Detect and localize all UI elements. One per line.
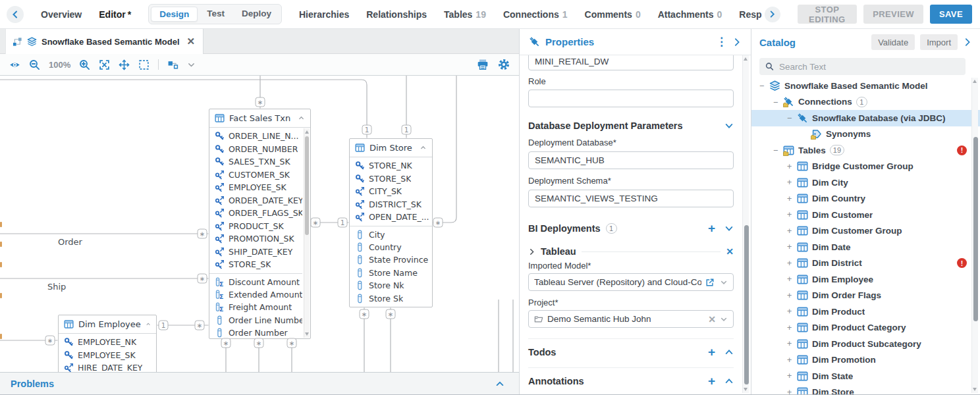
layout-dropdown-chevron-icon[interactable] <box>187 61 196 69</box>
remove-tableau-button[interactable]: ✕ <box>726 246 734 257</box>
dropdown-chevron-icon[interactable] <box>720 315 728 323</box>
table-field[interactable]: CUSTOMER_SK <box>209 169 302 182</box>
nav-tables[interactable]: Tables19 <box>444 9 486 20</box>
scroll-down-icon[interactable] <box>973 388 977 391</box>
tree-expander[interactable]: + <box>786 339 793 348</box>
zoom-level[interactable]: 100% <box>49 60 70 70</box>
tree-expander[interactable]: + <box>786 388 793 395</box>
add-annotation-button[interactable]: + <box>708 375 715 387</box>
er-diagram-canvas[interactable]: Order Ship Fact Sales Txn ORDER_LINE_N..… <box>0 76 519 372</box>
database-field[interactable] <box>528 55 734 70</box>
table-field[interactable]: HIRE_DATE_KEY <box>59 361 156 372</box>
table-field[interactable]: OPEN_DATE_... <box>350 211 432 224</box>
scroll-down-icon[interactable] <box>744 388 748 391</box>
catalog-tree-item[interactable]: − Snowflake Database (via JDBC) <box>751 110 980 126</box>
tree-expander[interactable]: + <box>786 307 793 316</box>
stop-editing-button[interactable]: STOP EDITING <box>798 5 858 24</box>
nav-comments[interactable]: Comments0 <box>585 9 641 20</box>
auto-layout-icon[interactable] <box>167 59 178 70</box>
table-field[interactable]: Order Number <box>209 327 302 338</box>
catalog-tree-item[interactable]: + Dim Order Flags <box>751 288 980 304</box>
catalog-search[interactable] <box>759 58 966 75</box>
catalog-tree-item[interactable]: + Dim Employee <box>751 271 980 288</box>
search-input[interactable] <box>779 62 960 72</box>
table-field[interactable]: ORDER_DATE_KEY <box>209 194 302 207</box>
diagram-table-dim-employee[interactable]: Dim Employee EMPLOYEE_NK EMPLOYEE_SK HIR… <box>58 315 157 372</box>
imported-model-select[interactable]: Tableau Server (Repository) and Cloud-Co <box>528 273 734 291</box>
catalog-tree-item[interactable]: + Dim Product <box>751 303 980 320</box>
scrollbar-thumb[interactable] <box>305 136 309 235</box>
tree-expander[interactable]: + <box>786 323 793 332</box>
catalog-scrollbar[interactable] <box>971 78 978 393</box>
tab-design[interactable]: Design <box>151 7 198 22</box>
pan-icon[interactable] <box>119 59 130 70</box>
table-field[interactable]: PROMOTION_SK <box>209 232 302 246</box>
table-field[interactable]: City <box>350 226 432 241</box>
table-field[interactable]: DISTRICT_SK <box>350 198 432 211</box>
nav-attachments[interactable]: Attachments0 <box>658 9 722 20</box>
catalog-tree-item[interactable]: + Dim Store <box>751 384 980 395</box>
catalog-tree-item[interactable]: + Dim Product Subcategory <box>751 336 980 352</box>
section-chevron-up-icon[interactable] <box>724 348 734 357</box>
marquee-select-icon[interactable] <box>138 59 150 70</box>
table-field[interactable]: Extended Amount <box>209 288 302 302</box>
table-field[interactable]: Store Nk <box>350 279 432 292</box>
tree-expander[interactable]: + <box>786 210 793 219</box>
table-field[interactable]: ORDER_FLAGS_SK <box>209 207 302 220</box>
scroll-up-icon[interactable] <box>305 130 309 134</box>
collapse-panel-chevron-icon[interactable] <box>963 38 972 47</box>
catalog-tree-item[interactable]: + Dim Country <box>751 191 980 207</box>
nav-hierarchies[interactable]: Hierarchies <box>299 9 349 20</box>
table-field[interactable]: Freight Amount <box>209 301 302 314</box>
tree-expander[interactable]: − <box>758 81 765 90</box>
deployment-database-field[interactable] <box>528 151 734 169</box>
external-link-icon[interactable] <box>705 278 715 287</box>
tab-test[interactable]: Test <box>199 7 232 22</box>
tree-expander[interactable]: − <box>786 113 793 122</box>
properties-scrollbar[interactable] <box>742 55 749 393</box>
collapse-chevron-icon[interactable] <box>298 115 305 122</box>
scroll-up-icon[interactable] <box>744 57 748 61</box>
catalog-tree-item[interactable]: + Dim Customer Group <box>751 223 980 240</box>
table-field[interactable]: SALES_TXN_SK <box>209 155 302 169</box>
expand-problems-chevron-icon[interactable] <box>495 379 504 388</box>
table-field[interactable]: Discount Amount <box>209 273 302 288</box>
tree-expander[interactable]: + <box>786 275 793 284</box>
print-icon[interactable] <box>477 59 489 70</box>
collapse-panel-chevron-icon[interactable] <box>732 38 742 47</box>
catalog-tree-item[interactable]: − Tables 19 ! <box>751 142 980 159</box>
add-todo-button[interactable]: + <box>708 346 715 358</box>
tree-expander[interactable]: + <box>786 371 793 381</box>
scroll-down-icon[interactable] <box>305 332 309 336</box>
table-field[interactable]: ORDER_NUMBER <box>209 143 302 156</box>
tree-expander[interactable]: + <box>786 194 793 203</box>
section-chevron-down-icon[interactable] <box>724 121 734 130</box>
table-field[interactable]: Store Name <box>350 267 432 280</box>
role-field[interactable] <box>528 90 734 107</box>
catalog-tree-item[interactable]: + Dim Product Category <box>751 320 980 336</box>
validate-button[interactable]: Validate <box>871 34 915 50</box>
catalog-tree-item[interactable]: + Bridge Customer Group <box>751 159 980 175</box>
table-field[interactable]: Country <box>350 241 432 254</box>
scroll-up-icon[interactable] <box>973 80 977 83</box>
collapse-chevron-icon[interactable] <box>146 321 151 328</box>
deployment-schema-field[interactable] <box>528 190 734 207</box>
tab-close-icon[interactable]: ✕ <box>187 36 196 47</box>
table-field[interactable]: STORE_SK <box>209 258 302 271</box>
settings-gear-icon[interactable] <box>498 59 510 70</box>
table-scrollbar[interactable] <box>304 128 310 338</box>
eye-icon[interactable] <box>9 59 20 70</box>
table-field[interactable]: EMPLOYEE_SK <box>59 349 156 362</box>
table-field[interactable]: SHIP_DATE_KEY <box>209 246 302 259</box>
table-field[interactable]: EMPLOYEE_NK <box>59 336 156 349</box>
table-header[interactable]: Fact Sales Txn <box>209 109 310 128</box>
table-field[interactable]: STORE_SK <box>350 172 432 186</box>
problems-bar[interactable]: Problems <box>0 372 519 395</box>
catalog-tree-item[interactable]: + Dim District ! <box>751 255 980 272</box>
catalog-tree-item[interactable]: + Dim Date <box>751 239 980 255</box>
tree-expander[interactable]: + <box>786 259 793 268</box>
catalog-scrollbar-thumb[interactable] <box>973 137 978 321</box>
table-header[interactable]: Dim Store <box>350 139 432 157</box>
table-header[interactable]: Dim Employee <box>59 315 156 334</box>
catalog-tree-item[interactable]: − Snowflake Based Semantic Model <box>751 78 980 94</box>
